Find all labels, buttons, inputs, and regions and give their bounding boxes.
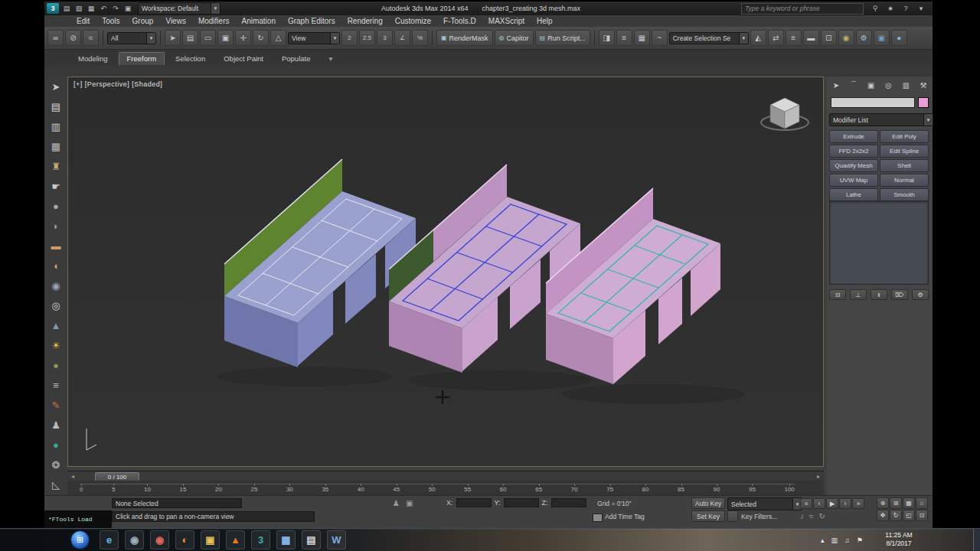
menu-item[interactable]: Views — [159, 17, 192, 25]
object-color-swatch[interactable] — [918, 97, 929, 108]
left-toolbar-icon[interactable]: ◉ — [46, 276, 66, 295]
modifier-preset-button[interactable]: Lathe — [829, 188, 878, 201]
modifier-preset-button[interactable]: Quadify Mesh — [829, 159, 878, 172]
playback-button[interactable]: « — [800, 498, 812, 509]
toolbar-icon[interactable]: ✛ — [235, 30, 251, 46]
command-panel-tab-icon[interactable]: ➤ — [830, 80, 842, 91]
menu-item[interactable]: MAXScript — [482, 17, 531, 25]
infocenter-icon[interactable]: ? — [900, 3, 911, 14]
taskbar-app-icon[interactable]: ▲ — [226, 530, 245, 549]
menu-item[interactable]: Edit — [70, 17, 96, 25]
modifier-preset-button[interactable]: Edit Poly — [880, 130, 929, 143]
playback-button[interactable]: ‹ — [813, 498, 825, 509]
command-panel-tab-icon[interactable]: ▣ — [865, 80, 877, 91]
time-slider-next-icon[interactable] — [815, 472, 822, 480]
key-filters-button[interactable]: Key Filters... — [741, 513, 777, 520]
status-toggle-icon[interactable]: ♟ — [393, 499, 400, 507]
track-bar[interactable]: 0510152025303540455055606570758085909510… — [67, 481, 824, 495]
tray-icon[interactable]: ▴ — [821, 536, 825, 544]
toolbar-icon[interactable]: ⇄ — [768, 30, 784, 46]
z-coordinate-field[interactable] — [551, 498, 586, 507]
infocenter-icon[interactable]: ⚲ — [870, 3, 880, 14]
modifier-preset-button[interactable]: Smooth — [880, 188, 929, 201]
start-button[interactable]: ⊞ — [70, 530, 90, 549]
toolbar-icon[interactable]: △ — [270, 30, 286, 46]
toolbar-icon[interactable]: ▤ — [182, 30, 198, 46]
viewport-navigation-button[interactable]: ✥ — [877, 510, 889, 521]
ribbon-tab-selection[interactable]: Selection — [168, 53, 213, 65]
left-toolbar-icon[interactable]: ● — [46, 355, 66, 375]
taskbar-app-icon[interactable]: ◉ — [125, 530, 144, 549]
viewport-navigation-button[interactable]: ⊕ — [877, 497, 889, 509]
animation-extra-icon[interactable]: ♪ — [800, 512, 804, 520]
workspace-dropdown[interactable]: Workspace: Default — [138, 2, 220, 15]
taskbar-app-icon[interactable]: ▦ — [276, 530, 296, 549]
render-mask-button[interactable]: ▣ RenderMask — [436, 30, 493, 46]
viewport-navigation-button[interactable]: ↻ — [890, 510, 902, 521]
left-toolbar-icon[interactable]: ◗ — [46, 216, 66, 236]
ribbon-tab-freeform[interactable]: Freeform — [119, 52, 165, 65]
y-coordinate-field[interactable] — [504, 498, 539, 507]
toolbar-icon[interactable]: ▬ — [803, 30, 819, 46]
viewport-navigation-button[interactable]: ⌂ — [916, 497, 928, 509]
left-toolbar-icon[interactable]: ✎ — [46, 395, 66, 415]
left-toolbar-icon[interactable]: ● — [46, 435, 66, 455]
modifier-stack-button[interactable]: ‖ — [871, 289, 887, 300]
left-toolbar-icon[interactable]: ▬ — [46, 236, 66, 256]
left-toolbar-icon[interactable]: ≡ — [46, 375, 66, 395]
modifier-preset-button[interactable]: UVW Map — [829, 174, 878, 187]
playback-button[interactable]: » — [852, 498, 864, 509]
show-desktop-button[interactable] — [973, 529, 980, 551]
quick-access-icon[interactable]: ▤ — [61, 3, 72, 14]
toolbar-icon[interactable]: ➤ — [165, 30, 181, 46]
command-panel-tab-icon[interactable]: ◎ — [882, 80, 894, 91]
viewport-navigation-button[interactable]: ▦ — [903, 497, 915, 509]
toolbar-icon[interactable]: 2 — [341, 30, 358, 46]
ribbon-minimize-icon[interactable]: ▾ — [321, 53, 340, 65]
modifier-stack[interactable] — [829, 201, 929, 285]
infocenter-icon[interactable]: ▾ — [916, 3, 926, 14]
quick-access-icon[interactable]: ▦ — [86, 3, 96, 14]
toolbar-icon[interactable]: ⊡ — [821, 30, 837, 46]
left-toolbar-icon[interactable]: ● — [46, 196, 66, 216]
menu-item[interactable]: Tools — [96, 17, 126, 25]
add-time-tag[interactable]: Add Time Tag — [605, 513, 645, 520]
app-menu-button[interactable]: 3 — [47, 3, 59, 14]
view-cube[interactable] — [761, 98, 808, 130]
status-toggle-icon[interactable]: ▣ — [406, 499, 413, 507]
modifier-stack-button[interactable]: ⚙ — [912, 289, 929, 300]
menu-item[interactable]: F-Tools.D — [437, 17, 482, 25]
toolbar-icon[interactable]: ∞ — [47, 30, 64, 46]
viewport-label[interactable]: [+] [Perspective] [Shaded] — [74, 80, 162, 88]
playback-button[interactable]: ▶ — [826, 498, 838, 509]
toolbar-icon[interactable]: ● — [891, 30, 907, 46]
command-panel-tab-icon[interactable]: ▥ — [900, 80, 912, 91]
tray-icon[interactable]: ⚑ — [857, 536, 863, 544]
capitor-button[interactable]: ◍ Capitor — [495, 30, 534, 46]
modifier-preset-button[interactable]: Normal — [880, 174, 929, 187]
key-icon-button[interactable] — [727, 510, 738, 522]
modifier-preset-button[interactable]: FFD 2x2x2 — [829, 145, 878, 158]
reference-coordinate-dropdown[interactable]: View — [288, 32, 340, 44]
toolbar-icon[interactable]: 3 — [377, 30, 393, 46]
viewport-navigation-button[interactable]: ⊡ — [916, 510, 928, 521]
toolbar-icon[interactable]: 2.5 — [359, 30, 375, 46]
menu-item[interactable]: Animation — [235, 17, 281, 25]
taskbar-app-icon[interactable]: ▤ — [302, 530, 321, 549]
left-toolbar-icon[interactable]: ▲ — [46, 315, 66, 335]
modifier-preset-button[interactable]: Edit Spline — [880, 145, 929, 158]
toolbar-icon[interactable]: ◉ — [838, 30, 854, 46]
toolbar-icon[interactable]: ~ — [652, 30, 668, 46]
toolbar-icon[interactable]: ⚙ — [856, 30, 872, 46]
ribbon-tab-populate[interactable]: Populate — [274, 53, 318, 65]
menu-item[interactable]: Modifiers — [192, 17, 236, 25]
taskbar-app-icon[interactable]: ◐ — [175, 530, 194, 549]
toolbar-icon[interactable]: ≡ — [616, 30, 632, 46]
time-slider-track[interactable]: 0 / 100 — [67, 471, 824, 481]
x-coordinate-field[interactable] — [456, 498, 492, 507]
left-toolbar-icon[interactable]: ▦ — [46, 136, 66, 156]
viewport-navigation-button[interactable]: ⊞ — [890, 497, 902, 509]
playback-button[interactable]: › — [839, 498, 851, 509]
selection-filter-dropdown[interactable]: All — [107, 32, 156, 44]
toolbar-icon[interactable]: ≈ — [83, 30, 99, 46]
